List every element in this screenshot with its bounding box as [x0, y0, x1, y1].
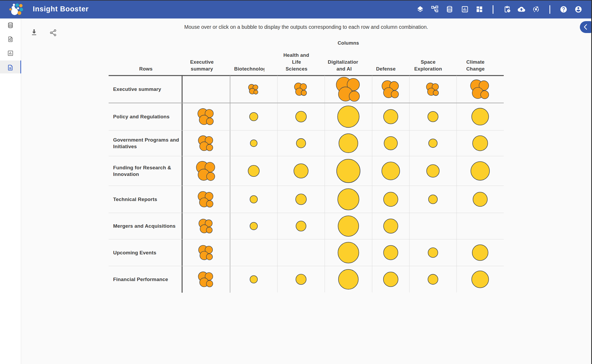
svg-text:Climate: Climate — [466, 59, 485, 65]
svg-text:and AI: and AI — [336, 66, 352, 72]
svg-text:Exploration: Exploration — [414, 66, 442, 72]
svg-text:Mouse over or click on a bubbl: Mouse over or click on a bubble to displ… — [184, 24, 428, 30]
svg-text:Biotechnology: Biotechnology — [234, 66, 269, 72]
svg-text:Rows: Rows — [139, 66, 153, 72]
svg-text:Life: Life — [292, 59, 301, 65]
svg-text:Financial Performance: Financial Performance — [113, 277, 168, 282]
svg-text:summary: summary — [191, 66, 213, 72]
svg-text:Columns: Columns — [337, 40, 359, 46]
svg-text:Upcoming Events: Upcoming Events — [113, 250, 156, 255]
svg-text:Sciences: Sciences — [286, 66, 308, 72]
svg-text:Executive summary: Executive summary — [113, 86, 161, 92]
svg-text:Initiatives: Initiatives — [113, 144, 137, 149]
svg-text:Funding for Research &: Funding for Research & — [113, 165, 171, 170]
svg-text:Government Programs and: Government Programs and — [113, 137, 179, 143]
svg-text:Innovation: Innovation — [113, 171, 139, 177]
svg-text:Mergers and Acquisitions: Mergers and Acquisitions — [113, 223, 175, 229]
svg-text:Technical Reports: Technical Reports — [113, 197, 157, 202]
svg-text:Change: Change — [466, 66, 485, 72]
svg-text:Digitalization: Digitalization — [328, 59, 359, 65]
svg-text:Defense: Defense — [376, 66, 396, 72]
svg-text:Health and: Health and — [283, 52, 309, 58]
svg-text:Executive: Executive — [190, 59, 214, 65]
svg-text:Space: Space — [421, 59, 436, 65]
svg-text:Policy and Regulations: Policy and Regulations — [113, 114, 169, 119]
